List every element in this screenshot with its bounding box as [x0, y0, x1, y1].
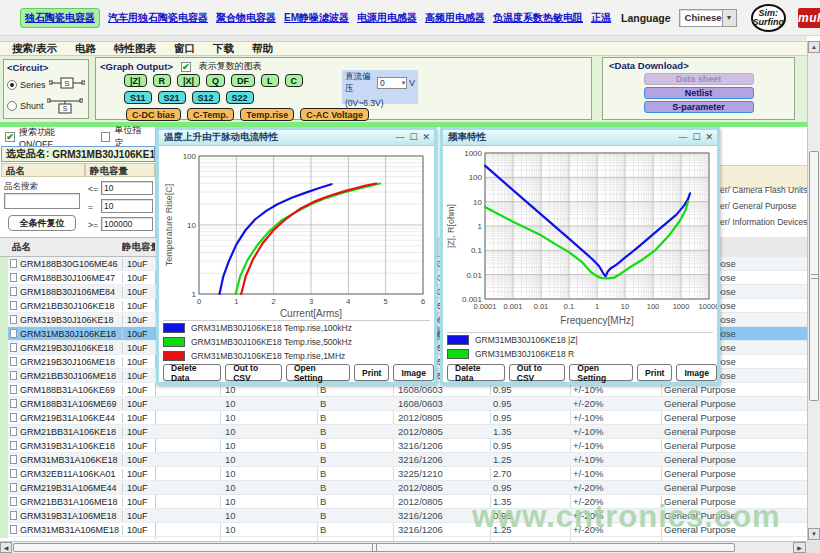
graph-button-df[interactable]: DF — [231, 74, 255, 87]
graph-button-s21[interactable]: S21 — [158, 91, 186, 104]
minimize-icon[interactable]: — — [678, 133, 687, 142]
table-row[interactable]: 10B3225/12102.70+/-10%General Purpose — [156, 467, 807, 481]
multi-graph-checkbox[interactable]: ✔ — [181, 62, 191, 72]
dc-bias-input[interactable]: 0 ▼ — [377, 77, 407, 89]
scroll-right-icon[interactable]: ▶ — [793, 542, 806, 553]
graph-button-temp-rise[interactable]: Temp.rise — [240, 108, 294, 121]
horizontal-scrollbar[interactable]: ◀ ▶ — [0, 541, 807, 553]
cap-filter-input[interactable]: 100000 — [101, 217, 153, 231]
part-list-row[interactable]: GRM21BB31A106KE1810uF — [8, 425, 156, 439]
nav-link[interactable]: 汽车用独石陶瓷电容器 — [108, 11, 208, 25]
print-button[interactable]: Print — [637, 364, 672, 381]
part-list-row[interactable]: GRM319B31A106KE1810uF — [8, 439, 156, 453]
circuit-option[interactable]: ShuntS — [7, 97, 85, 115]
maximize-icon[interactable]: ☐ — [692, 133, 700, 142]
nav-link[interactable]: 电源用电感器 — [357, 11, 417, 25]
cap-filter-input[interactable]: 10 — [101, 199, 153, 213]
reset-all-button[interactable]: 全条件复位 — [8, 215, 76, 231]
image-button[interactable]: Image — [393, 364, 434, 381]
part-list-row[interactable]: GRM21BB30J106KE1810uF — [8, 299, 156, 313]
menu-item[interactable]: 下载 — [213, 42, 234, 56]
part-list-row[interactable]: GRM188B30G106ME4610uF — [8, 257, 156, 271]
delete-data-button[interactable]: Delete Data — [163, 364, 221, 381]
scroll-up-icon[interactable]: ▲ — [808, 41, 820, 53]
close-icon[interactable]: ✕ — [422, 133, 430, 142]
graph-button-x[interactable]: |X| — [177, 74, 200, 87]
part-list-row[interactable]: GRM31MB31A106KE1810uF — [8, 453, 156, 467]
graph-button-q[interactable]: Q — [206, 74, 225, 87]
table-row[interactable]: 10B2012/08050.95+/-10%General Purpose — [156, 411, 807, 425]
nav-link[interactable]: 高频用电感器 — [425, 11, 485, 25]
part-list-row[interactable]: GRM219B30J106ME1810uF — [8, 355, 156, 369]
part-list-row[interactable]: GRM219B30J106KE1810uF — [8, 341, 156, 355]
cap-filter-input[interactable]: 10 — [101, 181, 153, 195]
delete-data-button[interactable]: Delete Data — [447, 364, 505, 381]
print-button[interactable]: Print — [354, 364, 389, 381]
search-onoff-checkbox[interactable]: ✔ — [5, 132, 15, 142]
vertical-scroll-thumb[interactable] — [809, 151, 819, 401]
maximize-icon[interactable]: ☐ — [409, 133, 417, 142]
menu-item[interactable]: 搜索/表示 — [12, 42, 57, 56]
part-list-row[interactable]: GRM188B30J106ME8410uF — [8, 285, 156, 299]
menu-item[interactable]: 电路 — [75, 42, 96, 56]
out-to-csv-button[interactable]: Out to CSV — [225, 364, 282, 381]
table-row[interactable]: 10B1608/06030.95+/-20%General Purpose — [156, 397, 807, 411]
window-titlebar[interactable]: 温度上升由于脉动电流特性 — ☐ ✕ — [159, 130, 434, 146]
nav-link[interactable]: 负温度系数热敏电阻 — [493, 11, 583, 25]
part-list-row[interactable]: GRM319B30J106KE1810uF — [8, 313, 156, 327]
graph-button-l[interactable]: L — [261, 74, 279, 87]
graph-button-s12[interactable]: S12 — [192, 91, 220, 104]
table-row[interactable]: 10B1608/06030.95+/-10%General Purpose — [156, 383, 807, 397]
window-titlebar[interactable]: 频率特性 — ☐ ✕ — [443, 130, 717, 146]
radio-button[interactable] — [7, 80, 17, 90]
out-to-csv-button[interactable]: Out to CSV — [509, 364, 566, 381]
usage-filter-item[interactable]: er/ General Purpose — [720, 201, 797, 211]
part-list-row[interactable]: GRM219B31A106ME4410uF — [8, 481, 156, 495]
part-list-row[interactable]: GRM219B31A106KE4410uF — [8, 411, 156, 425]
graph-button-s11[interactable]: S11 — [124, 91, 152, 104]
menu-item[interactable]: 窗口 — [174, 42, 195, 56]
netlist-button[interactable]: Netlist — [644, 87, 754, 99]
part-list-row[interactable]: GRM188B31A106KE6910uF — [8, 383, 156, 397]
graph-button-c-dc-bias[interactable]: C-DC bias — [126, 108, 181, 121]
part-list-row[interactable]: GRM188B31A106ME6910uF — [8, 397, 156, 411]
graph-button-z[interactable]: |Z| — [124, 74, 147, 87]
vertical-scrollbar[interactable]: ▲ ▼ — [807, 41, 820, 541]
part-list-row[interactable]: GRM31MB31A106ME1810uF — [8, 523, 156, 537]
usage-filter-item[interactable]: er/ Information Devices — [720, 217, 807, 227]
part-list-row[interactable]: GRM319B31A106ME1810uF — [8, 509, 156, 523]
language-select[interactable]: Chinese ▼ — [679, 9, 737, 27]
table-row[interactable]: 10B2012/08050.95+/-20%General Purpose — [156, 481, 807, 495]
minimize-icon[interactable]: — — [395, 133, 404, 142]
open-setting-button[interactable]: Open Setting — [569, 364, 633, 381]
nav-link[interactable]: 独石陶瓷电容器 — [20, 8, 100, 28]
scroll-left-icon[interactable]: ◀ — [0, 542, 12, 553]
nav-link[interactable]: 聚合物电容器 — [216, 11, 276, 25]
table-row[interactable]: 10B2012/08051.35+/-10%General Purpose — [156, 425, 807, 439]
part-list-row[interactable]: GRM21BB31A106ME1810uF — [8, 495, 156, 509]
nav-link[interactable]: EM静噪滤波器 — [284, 11, 349, 25]
part-list-row[interactable]: GRM188B30J106ME4710uF — [8, 271, 156, 285]
nav-link[interactable]: 正温 — [591, 11, 611, 25]
unit-spec-checkbox[interactable] — [101, 132, 111, 142]
name-search-input[interactable] — [4, 193, 80, 209]
part-list-row[interactable]: GRM32EB11A106KA0110uF — [8, 467, 156, 481]
menu-item[interactable]: 帮助 — [252, 42, 273, 56]
table-row[interactable]: 10B3216/12060.95+/-10%General Purpose — [156, 439, 807, 453]
open-setting-button[interactable]: Open Setting — [286, 364, 350, 381]
graph-button-s22[interactable]: S22 — [226, 91, 254, 104]
graph-button-r[interactable]: R — [153, 74, 172, 87]
part-list-row[interactable]: GRM31MB30J106KE1810uF — [8, 327, 156, 341]
usage-filter-item[interactable]: er/ Camera Flash Units — [720, 185, 807, 195]
graph-button-c-temp-[interactable]: C-Temp. — [187, 108, 234, 121]
chevron-down-icon[interactable]: ▼ — [400, 80, 406, 86]
part-list-row[interactable]: GRM21BB30J106ME1810uF — [8, 369, 156, 383]
graph-button-c[interactable]: C — [285, 74, 304, 87]
table-row[interactable]: 10B3216/12061.25+/-10%General Purpose — [156, 453, 807, 467]
horizontal-scroll-thumb[interactable] — [13, 543, 735, 552]
chevron-down-icon[interactable]: ▼ — [722, 10, 736, 26]
radio-button[interactable] — [7, 101, 17, 111]
scroll-down-icon[interactable]: ▼ — [808, 528, 820, 540]
menu-item[interactable]: 特性图表 — [114, 42, 156, 56]
graph-button-c-ac-voltage[interactable]: C-AC Voltage — [300, 108, 369, 121]
